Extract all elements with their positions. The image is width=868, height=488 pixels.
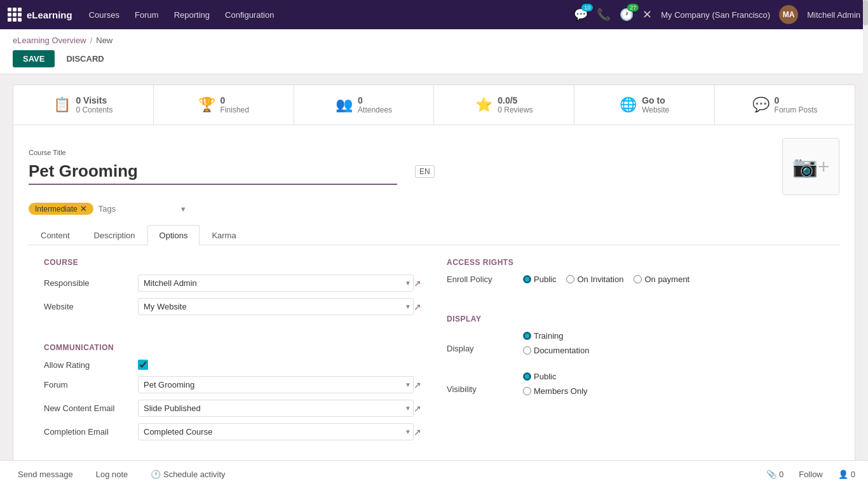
scrollbar-track[interactable] (863, 0, 868, 483)
menu-courses[interactable]: Courses (83, 8, 126, 22)
display-training-label: Training (534, 331, 563, 341)
menu-reporting[interactable]: Reporting (168, 8, 216, 22)
log-note-button[interactable]: Log note (91, 467, 133, 482)
course-photo-upload[interactable]: 📷+ (782, 138, 839, 195)
follow-button[interactable]: Follow (794, 467, 828, 482)
paperclip-stat[interactable]: 📎 0 (766, 470, 783, 479)
display-field-label: Display (447, 344, 523, 353)
new-content-email-external-link[interactable]: ↗ (414, 403, 421, 414)
visibility-members-radio[interactable] (523, 387, 531, 395)
chat-badge: 10 (581, 4, 593, 11)
stat-website[interactable]: 🌐 Go to Website (574, 85, 715, 125)
phone-button[interactable]: 📞 (597, 8, 611, 22)
scrollbar-thumb[interactable] (863, 0, 868, 25)
attendees-icon: 👥 (336, 97, 353, 113)
responsible-field: Responsible Mitchell Admin ▼ ↗ (44, 274, 421, 292)
app-brand[interactable]: eLearning (8, 8, 72, 22)
visibility-members-option[interactable]: Members Only (523, 386, 588, 396)
options-col-right: Access Rights Enroll Policy Public On In… (447, 258, 824, 447)
tab-content[interactable]: Content (29, 225, 82, 245)
forum-external-link[interactable]: ↗ (414, 380, 421, 390)
stat-reviews[interactable]: ⭐ 0.0/5 0 Reviews (434, 85, 574, 125)
clock-icon: 🕐 (151, 470, 161, 479)
schedule-activity-button[interactable]: 🕐 Schedule activity (146, 467, 230, 482)
stat-finished[interactable]: 🏆 0 Finished (154, 85, 294, 125)
website-external-link[interactable]: ↗ (414, 302, 421, 312)
visibility-public-label: Public (534, 372, 556, 381)
title-row: Course Title EN 📷+ (29, 138, 839, 195)
stat-forum[interactable]: 💬 0 Forum Posts (715, 85, 855, 125)
camera-icon: 📷+ (792, 154, 830, 179)
new-content-email-label: New Content Email (44, 403, 133, 413)
close-button[interactable]: ✕ (642, 8, 652, 22)
enroll-public-option[interactable]: Public (523, 274, 556, 284)
forum-label: Forum (44, 380, 133, 390)
tags-input[interactable] (98, 204, 175, 214)
completion-email-external-link[interactable]: ↗ (414, 427, 421, 437)
language-badge[interactable]: EN (415, 165, 435, 178)
communication-section-title: Communication (44, 343, 421, 352)
responsible-select[interactable]: Mitchell Admin (138, 274, 414, 292)
new-content-email-select[interactable]: Slide Published (138, 400, 414, 417)
tags-row: Intermediate ✕ ▼ (29, 203, 839, 215)
discard-button[interactable]: DISCARD (60, 50, 110, 67)
enroll-payment-option[interactable]: On payment (634, 274, 689, 284)
tab-options[interactable]: Options (147, 225, 200, 245)
display-training-radio[interactable] (523, 332, 531, 340)
send-message-button[interactable]: Send message (13, 467, 78, 482)
enroll-policy-radio-group: Public On Invitation On payment (523, 274, 689, 284)
followers-count: 0 (851, 470, 855, 479)
enroll-invitation-option[interactable]: On Invitation (566, 274, 623, 284)
allow-rating-checkbox[interactable] (138, 360, 148, 370)
breadcrumb-separator: / (90, 36, 93, 45)
visits-number: 0 Visits (76, 95, 112, 105)
visibility-public-option[interactable]: Public (523, 372, 588, 381)
breadcrumb: eLearning Overview / New (13, 36, 855, 45)
main-content: 📋 0 Visits 0 Contents 🏆 0 Finished 👥 0 A… (0, 74, 868, 483)
menu-configuration[interactable]: Configuration (219, 8, 280, 22)
chat-button[interactable]: 💬 10 (574, 8, 588, 22)
enroll-public-label: Public (534, 274, 556, 284)
followers-stat[interactable]: 👤 0 (838, 470, 855, 479)
reviews-number: 0.0/5 (498, 95, 532, 105)
completion-email-select[interactable]: Completed Course (138, 423, 414, 440)
menu-forum[interactable]: Forum (128, 8, 165, 22)
tag-remove-button[interactable]: ✕ (80, 204, 87, 214)
website-field: Website My Website ▼ ↗ (44, 298, 421, 315)
tags-dropdown-arrow[interactable]: ▼ (180, 205, 187, 213)
enroll-payment-label: On payment (644, 274, 689, 284)
action-buttons: SAVE DISCARD (13, 50, 855, 74)
display-documentation-label: Documentation (534, 346, 589, 355)
tab-description[interactable]: Description (82, 225, 147, 245)
display-documentation-option[interactable]: Documentation (523, 346, 589, 355)
course-title-input[interactable] (29, 159, 397, 185)
company-name: My Company (San Francisco) (661, 10, 770, 20)
website-icon: 🌐 (620, 97, 637, 113)
enroll-payment-radio[interactable] (634, 275, 642, 283)
breadcrumb-parent[interactable]: eLearning Overview (13, 36, 86, 45)
options-content: Course Responsible Mitchell Admin ▼ ↗ We… (29, 245, 839, 459)
save-button[interactable]: SAVE (13, 50, 55, 67)
chatter-bar: Send message Log note 🕐 Schedule activit… (0, 460, 868, 483)
display-section-title: Display (447, 315, 824, 323)
forum-label: Forum Posts (775, 105, 818, 114)
tab-karma[interactable]: Karma (200, 225, 248, 245)
stat-visits[interactable]: 📋 0 Visits 0 Contents (13, 85, 154, 125)
responsible-external-link[interactable]: ↗ (414, 278, 421, 288)
enroll-invitation-radio[interactable] (566, 275, 574, 283)
responsible-label: Responsible (44, 278, 133, 288)
website-select[interactable]: My Website (138, 298, 414, 315)
display-documentation-radio[interactable] (523, 346, 531, 355)
title-section: Course Title EN (29, 149, 435, 185)
forum-select[interactable]: Pet Grooming (138, 376, 414, 393)
attendees-label: Attendees (358, 105, 392, 114)
stat-attendees[interactable]: 👥 0 Attendees (294, 85, 435, 125)
avatar[interactable]: MA (779, 5, 798, 24)
tag-label: Intermediate (35, 205, 78, 214)
enroll-public-radio[interactable] (523, 275, 531, 283)
breadcrumb-bar: eLearning Overview / New SAVE DISCARD (0, 29, 868, 74)
apps-icon[interactable] (8, 8, 22, 22)
visibility-public-radio[interactable] (523, 372, 531, 381)
activity-button[interactable]: 🕐 27 (620, 8, 634, 22)
display-training-option[interactable]: Training (523, 331, 589, 341)
